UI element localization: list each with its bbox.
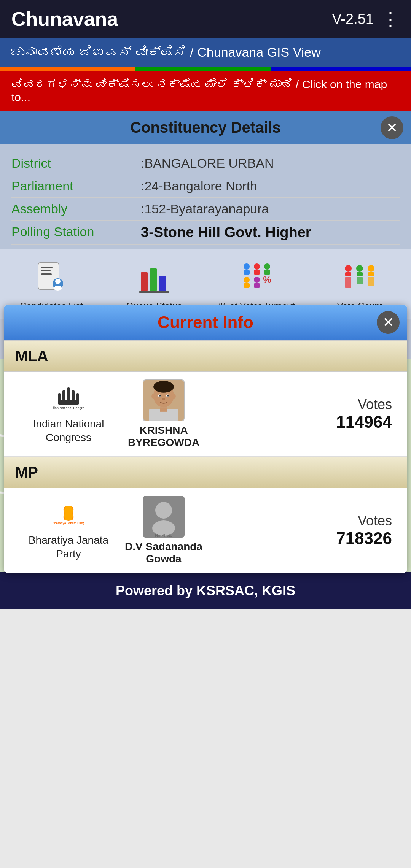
candidates-icon [32, 259, 70, 297]
current-info-close-button[interactable]: ✕ [377, 311, 400, 334]
svg-rect-5 [58, 400, 79, 405]
svg-rect-56 [357, 277, 363, 284]
polling-value: 3-Stone Hill Govt. Higher [141, 224, 400, 241]
mp-candidate-name: D.V Sadananda Gowda [122, 541, 206, 565]
constituency-box: Constituency Details ✕ District :BANGALO… [0, 111, 411, 319]
constituency-content: District :BANGALORE URBAN Parliament :24… [0, 144, 411, 249]
mla-candidate-name: KRISHNA BYREGOWDA [122, 424, 206, 449]
svg-rect-32 [41, 273, 52, 275]
top-bar: Chunavana V-2.51 ⋮ [0, 0, 411, 38]
mla-candidate-row: Indian National Congress Indian National… [4, 372, 407, 457]
more-options-icon[interactable]: ⋮ [381, 8, 400, 30]
mla-votes-count: 114964 [336, 413, 392, 432]
detail-row-district: District :BANGALORE URBAN [11, 152, 400, 175]
svg-point-35 [54, 286, 62, 291]
svg-rect-43 [254, 270, 260, 275]
mla-votes-label: Votes [358, 397, 392, 413]
current-info-header: Current Info ✕ [4, 305, 407, 340]
polling-label: Polling Station [11, 224, 141, 241]
voter-turnout-icon: % [238, 259, 276, 297]
mla-section-header: MLA [4, 340, 407, 372]
svg-point-51 [345, 265, 352, 272]
inc-logo-svg: Indian National Congress [53, 386, 84, 412]
mla-photo-col: KRISHNA BYREGOWDA [122, 379, 206, 449]
svg-point-46 [244, 277, 250, 283]
svg-rect-30 [41, 267, 53, 268]
svg-rect-38 [159, 276, 166, 291]
svg-rect-39 [139, 291, 169, 293]
color-strip [0, 67, 411, 71]
svg-rect-0 [67, 387, 70, 401]
app-version: V-2.51 [332, 11, 374, 27]
mp-section-title: MP [15, 464, 38, 481]
mp-party-name: Bharatiya Janata Party [15, 533, 122, 561]
svg-point-54 [356, 265, 363, 272]
footer-text: Powered by KSRSAC, KGIS [116, 583, 295, 598]
constituency-close-button[interactable]: ✕ [381, 116, 403, 139]
mp-section-header: MP [4, 457, 407, 488]
mp-party-col: Bharatiya Janata Party Bharatiya Janata … [15, 500, 122, 561]
subtitle-bar: ಚುನಾವಣೆಯ ಜಿಐಎಸ್ ವೀಕ್ಷಿಸಿ / Chunavana GIS… [0, 38, 411, 67]
no-photo-svg: No Photo [143, 496, 185, 538]
svg-rect-1 [62, 390, 65, 401]
svg-point-44 [264, 263, 270, 270]
svg-rect-52 [345, 272, 351, 276]
svg-rect-49 [254, 283, 260, 288]
svg-rect-58 [368, 272, 374, 276]
svg-point-42 [254, 263, 260, 270]
mla-candidate-photo [143, 379, 185, 421]
district-value: :BANGALORE URBAN [141, 156, 400, 171]
mla-votes-col: Votes 114964 [206, 397, 396, 432]
warning-bar: ವಿವರಗಳನ್ನು ವೀಕ್ಷಿಸಲು ನಕ್ಷೆಯ ಮೇಲೆ ಕ್ಲಿಕ್ … [0, 71, 411, 111]
mp-votes-count: 718326 [336, 529, 392, 548]
current-info-modal: Current Info ✕ MLA Indi [4, 305, 407, 573]
mla-section-title: MLA [15, 348, 48, 364]
vote-count-icon [341, 259, 379, 297]
svg-point-40 [244, 263, 250, 270]
parliament-label: Parliament [11, 179, 141, 194]
assembly-label: Assembly [11, 202, 141, 216]
svg-rect-3 [58, 393, 61, 401]
mp-votes-col: Votes 718326 [206, 513, 396, 548]
inc-party-logo: Indian National Congress [49, 384, 88, 414]
detail-row-parliament: Parliament :24-Bangalore North [11, 175, 400, 198]
svg-text:Indian National Congress: Indian National Congress [53, 406, 84, 410]
mp-votes-label: Votes [358, 513, 392, 529]
svg-text:Bharatiya Janata Party: Bharatiya Janata Party [53, 521, 84, 525]
subtitle-text: ಚುನಾವಣೆಯ ಜಿಐಎಸ್ ವೀಕ್ಷಿಸಿ / Chunavana GIS… [11, 45, 321, 59]
svg-rect-37 [150, 268, 157, 291]
detail-row-assembly: Assembly :152-Byatarayanapura [11, 198, 400, 221]
svg-rect-41 [244, 270, 250, 275]
svg-point-26 [155, 502, 172, 519]
svg-rect-55 [357, 272, 363, 276]
svg-rect-2 [72, 390, 75, 401]
svg-point-10 [151, 394, 155, 399]
svg-rect-47 [244, 283, 250, 288]
parliament-value: :24-Bangalore North [141, 179, 400, 194]
svg-rect-45 [264, 270, 270, 275]
svg-point-16 [162, 398, 165, 400]
current-info-title: Current Info [158, 313, 253, 332]
svg-point-34 [55, 279, 61, 284]
assembly-value: :152-Byatarayanapura [141, 202, 400, 216]
constituency-header-title: Constituency Details [130, 119, 281, 136]
svg-rect-18 [160, 407, 167, 412]
top-bar-right: V-2.51 ⋮ [332, 8, 400, 30]
svg-point-14 [159, 395, 161, 397]
bjp-party-logo: Bharatiya Janata Party [49, 500, 88, 530]
mp-candidate-photo: No Photo [143, 496, 185, 538]
mla-party-col: Indian National Congress Indian National… [15, 384, 122, 445]
svg-text:%: % [263, 275, 271, 285]
svg-rect-59 [368, 277, 374, 286]
svg-rect-36 [141, 272, 148, 291]
svg-point-9 [153, 381, 174, 393]
svg-point-48 [254, 277, 260, 283]
footer: Powered by KSRSAC, KGIS [0, 572, 411, 609]
bjp-logo-svg: Bharatiya Janata Party [53, 502, 84, 528]
warning-text: ವಿವರಗಳನ್ನು ವೀಕ್ಷಿಸಲು ನಕ್ಷೆಯ ಮೇಲೆ ಕ್ಲಿಕ್ … [11, 78, 400, 104]
svg-point-15 [167, 395, 169, 397]
mla-party-name: Indian National Congress [15, 417, 122, 445]
svg-rect-31 [41, 270, 51, 271]
detail-row-polling: Polling Station 3-Stone Hill Govt. Highe… [11, 221, 400, 245]
constituency-header: Constituency Details ✕ [0, 111, 411, 144]
